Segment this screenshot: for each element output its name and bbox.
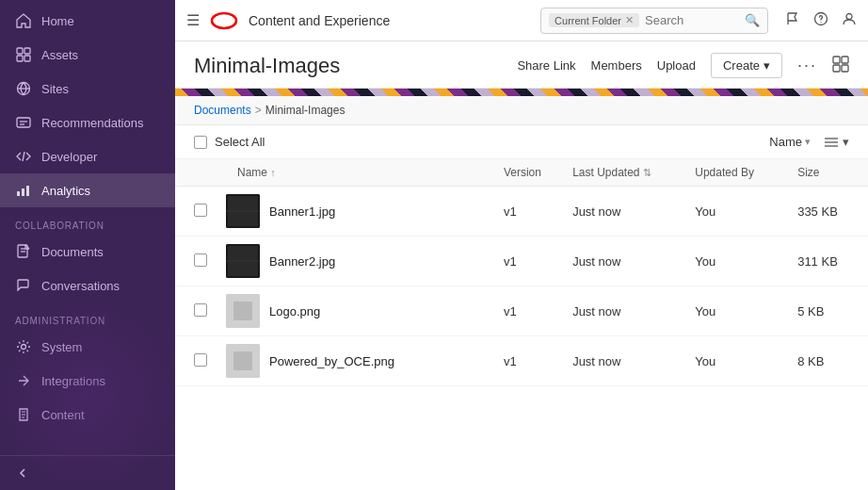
view-toggle-button[interactable]: ▾ bbox=[824, 135, 849, 150]
sidebar-integrations-label: Integrations bbox=[41, 374, 105, 388]
sidebar-item-integrations[interactable]: Integrations bbox=[0, 364, 175, 398]
sidebar-item-conversations[interactable]: Conversations bbox=[0, 269, 175, 302]
file-name-logo[interactable]: Logo.png bbox=[269, 304, 320, 318]
row-checkbox-logo[interactable] bbox=[194, 303, 207, 317]
share-link-button[interactable]: Share Link bbox=[517, 55, 575, 76]
col-updated-header[interactable]: Last Updated ⇅ bbox=[561, 159, 683, 187]
topbar-icons bbox=[785, 11, 857, 30]
create-button[interactable]: Create ▾ bbox=[711, 53, 782, 78]
row-checkbox-banner2[interactable] bbox=[194, 253, 207, 267]
search-icon[interactable]: 🔍 bbox=[745, 13, 760, 27]
help-icon[interactable] bbox=[813, 11, 828, 30]
row-name-cell: Powered_by_OCE.png bbox=[218, 336, 492, 386]
sidebar-item-recommendations[interactable]: Recommendations bbox=[0, 106, 175, 139]
table-row: Powered_by_OCE.png v1 Just now You 8 KB bbox=[175, 336, 868, 386]
file-thumbnail-powered bbox=[226, 344, 260, 378]
decorative-banner bbox=[175, 89, 868, 96]
members-button[interactable]: Members bbox=[591, 55, 642, 76]
table-row: Banner2.jpg v1 Just now You 311 KB bbox=[175, 237, 868, 286]
row-checkbox-cell bbox=[175, 336, 218, 386]
svg-point-22 bbox=[820, 21, 821, 22]
svg-rect-6 bbox=[17, 118, 30, 127]
svg-rect-27 bbox=[842, 65, 848, 72]
analytics-icon bbox=[15, 182, 32, 199]
menu-icon[interactable]: ☰ bbox=[186, 11, 200, 29]
page-title: Minimal-Images bbox=[194, 54, 340, 78]
row-checkbox-cell bbox=[175, 237, 218, 286]
row-updated-banner2: Just now bbox=[561, 237, 683, 286]
sidebar-item-developer[interactable]: Developer bbox=[0, 139, 175, 173]
sidebar: Home Assets Site bbox=[0, 0, 175, 490]
row-checkbox-cell bbox=[175, 286, 218, 336]
sort-name-button[interactable]: Name ▾ bbox=[764, 133, 816, 151]
select-all-area: Select All bbox=[194, 135, 265, 149]
col-version-header: Version bbox=[492, 159, 561, 187]
system-icon bbox=[15, 338, 32, 355]
row-version-banner1: v1 bbox=[492, 187, 561, 237]
sidebar-collapse-button[interactable] bbox=[0, 455, 175, 490]
search-tag-close[interactable]: ✕ bbox=[625, 14, 634, 26]
sidebar-item-system[interactable]: System bbox=[0, 330, 175, 364]
sidebar-item-analytics[interactable]: Analytics bbox=[0, 173, 175, 207]
assets-icon bbox=[15, 46, 32, 63]
svg-rect-26 bbox=[833, 65, 840, 72]
table-row: Logo.png v1 Just now You 5 KB bbox=[175, 286, 868, 336]
create-dropdown-icon: ▾ bbox=[764, 58, 770, 73]
svg-rect-1 bbox=[24, 48, 30, 54]
breadcrumb-separator: > bbox=[255, 104, 262, 117]
sidebar-item-documents[interactable]: Documents bbox=[0, 235, 175, 269]
col-size-header: Size bbox=[786, 159, 868, 187]
sidebar-home-label: Home bbox=[41, 14, 74, 28]
sidebar-documents-label: Documents bbox=[41, 245, 104, 259]
file-name-banner2[interactable]: Banner2.jpg bbox=[269, 254, 335, 269]
file-toolbar: Select All Name ▾ ▾ bbox=[175, 125, 868, 159]
app-title: Content and Experience bbox=[249, 13, 390, 28]
row-size-powered: 8 KB bbox=[786, 336, 868, 386]
svg-rect-40 bbox=[233, 351, 252, 370]
user-icon[interactable] bbox=[842, 11, 857, 30]
breadcrumb-current: Minimal-Images bbox=[265, 104, 346, 117]
file-name-banner1[interactable]: Banner1.jpg bbox=[269, 204, 335, 219]
flag-icon[interactable] bbox=[785, 11, 800, 30]
sidebar-developer-label: Developer bbox=[41, 150, 97, 164]
view-dropdown-icon: ▾ bbox=[843, 135, 849, 149]
sidebar-item-home[interactable]: Home bbox=[0, 4, 175, 38]
select-all-checkbox[interactable] bbox=[194, 136, 207, 149]
sort-area: Name ▾ ▾ bbox=[764, 133, 849, 151]
administration-section-label: ADMINISTRATION bbox=[0, 302, 175, 330]
sidebar-assets-label: Assets bbox=[41, 48, 78, 62]
developer-icon bbox=[15, 148, 32, 165]
row-by-powered: You bbox=[683, 336, 786, 386]
sidebar-item-sites[interactable]: Sites bbox=[0, 72, 175, 106]
search-bar[interactable]: Current Folder ✕ 🔍 bbox=[540, 8, 768, 34]
row-name-cell: Logo.png bbox=[218, 286, 492, 336]
row-size-logo: 5 KB bbox=[786, 286, 868, 336]
search-input[interactable] bbox=[645, 13, 739, 27]
row-updated-logo: Just now bbox=[561, 286, 683, 336]
file-name-powered[interactable]: Powered_by_OCE.png bbox=[269, 354, 394, 368]
row-version-powered: v1 bbox=[492, 336, 561, 386]
layout-toggle-icon[interactable] bbox=[832, 56, 849, 75]
row-updated-banner1: Just now bbox=[561, 187, 683, 237]
col-name-header[interactable]: Name ↑ bbox=[218, 159, 492, 187]
sidebar-item-content[interactable]: Content bbox=[0, 398, 175, 432]
file-rows: Banner1.jpg v1 Just now You 335 KB Banne… bbox=[175, 187, 868, 386]
breadcrumb-documents-link[interactable]: Documents bbox=[194, 104, 251, 117]
upload-button[interactable]: Upload bbox=[657, 55, 696, 76]
row-checkbox-banner1[interactable] bbox=[194, 204, 207, 217]
breadcrumb: Documents > Minimal-Images bbox=[175, 96, 868, 125]
select-all-label: Select All bbox=[215, 135, 265, 149]
svg-rect-11 bbox=[22, 188, 24, 196]
svg-line-9 bbox=[23, 152, 24, 161]
sidebar-item-assets[interactable]: Assets bbox=[0, 38, 175, 72]
svg-rect-2 bbox=[17, 56, 23, 61]
row-checkbox-powered[interactable] bbox=[194, 353, 207, 367]
sidebar-recommendations-label: Recommendations bbox=[41, 116, 143, 130]
topbar: ☰ Content and Experience Current Folder … bbox=[175, 0, 868, 41]
svg-rect-24 bbox=[833, 57, 840, 63]
row-updated-powered: Just now bbox=[561, 336, 683, 386]
search-tag: Current Folder ✕ bbox=[549, 13, 639, 27]
row-name-cell: Banner2.jpg bbox=[218, 237, 492, 286]
svg-rect-38 bbox=[233, 302, 252, 320]
more-options-button[interactable]: ··· bbox=[797, 56, 817, 75]
